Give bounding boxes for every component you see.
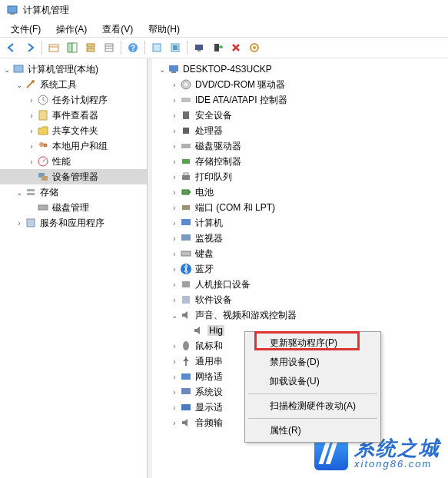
battery-icon xyxy=(180,186,192,198)
help-button[interactable]: ? xyxy=(124,39,141,56)
device-security[interactable]: ›安全设备 xyxy=(152,108,448,123)
chevron-right-icon[interactable]: › xyxy=(26,111,37,120)
chevron-down-icon[interactable]: ⌄ xyxy=(169,311,180,320)
tree-root[interactable]: ⌄ 计算机管理(本地) xyxy=(0,61,147,77)
node-label: 事件查看器 xyxy=(52,109,98,122)
chevron-right-icon[interactable]: › xyxy=(169,250,180,258)
tree-device-manager[interactable]: 设备管理器 xyxy=(0,169,147,184)
tool-btn-1[interactable] xyxy=(45,39,62,56)
node-label: 键盘 xyxy=(195,247,214,261)
chevron-right-icon[interactable]: › xyxy=(169,373,180,381)
menubar: 文件(F) 操作(A) 查看(V) 帮助(H) xyxy=(0,20,448,37)
chevron-right-icon[interactable]: › xyxy=(169,234,180,243)
tree-shared-folders[interactable]: › 共享文件夹 xyxy=(0,123,147,138)
node-label: 电池 xyxy=(195,186,214,199)
chevron-right-icon[interactable]: › xyxy=(169,265,180,274)
chevron-down-icon[interactable]: ⌄ xyxy=(14,81,25,89)
remove-button[interactable] xyxy=(227,39,244,56)
device-ports[interactable]: ›端口 (COM 和 LPT) xyxy=(152,200,448,215)
svg-rect-8 xyxy=(105,44,113,51)
menu-properties[interactable]: 属性(R) xyxy=(247,421,379,440)
menu-disable-device[interactable]: 禁用设备(D) xyxy=(247,353,379,372)
menu-help[interactable]: 帮助(H) xyxy=(141,22,187,35)
device-cpu[interactable]: ›处理器 xyxy=(152,123,448,138)
device-hid[interactable]: ›人机接口设备 xyxy=(152,277,448,292)
menu-action[interactable]: 操作(A) xyxy=(48,22,95,35)
chevron-right-icon[interactable]: › xyxy=(169,142,180,151)
storage-icon xyxy=(25,186,37,198)
node-label: 端口 (COM 和 LPT) xyxy=(195,201,275,214)
tree-performance[interactable]: › 性能 xyxy=(0,154,147,169)
chevron-right-icon[interactable]: › xyxy=(169,111,180,120)
svg-rect-4 xyxy=(68,43,72,52)
device-print[interactable]: ›打印队列 xyxy=(152,169,448,184)
chevron-right-icon[interactable]: › xyxy=(169,280,180,289)
menu-view[interactable]: 查看(V) xyxy=(95,22,141,35)
device-dvd[interactable]: ›DVD/CD-ROM 驱动器 xyxy=(152,77,448,92)
tree-task-scheduler[interactable]: › 任务计划程序 xyxy=(0,92,147,108)
tree-services-apps[interactable]: › 服务和应用程序 xyxy=(0,215,147,231)
chevron-right-icon[interactable]: › xyxy=(26,96,37,105)
chevron-right-icon[interactable]: › xyxy=(169,296,180,304)
chevron-right-icon[interactable]: › xyxy=(169,357,180,366)
tool-btn-6[interactable] xyxy=(167,39,184,56)
tree-event-viewer[interactable]: › 事件查看器 xyxy=(0,108,147,123)
chevron-down-icon[interactable]: ⌄ xyxy=(157,65,168,74)
device-battery[interactable]: ›电池 xyxy=(152,184,448,200)
scan-button[interactable] xyxy=(191,39,207,56)
device-keyboard[interactable]: ›键盘 xyxy=(152,246,448,261)
chevron-down-icon[interactable]: ⌄ xyxy=(2,65,12,74)
svg-rect-42 xyxy=(182,159,190,164)
chevron-down-icon[interactable]: ⌄ xyxy=(14,188,25,197)
device-software[interactable]: ›软件设备 xyxy=(152,292,448,307)
node-label: 处理器 xyxy=(195,124,223,138)
tools-icon xyxy=(25,78,37,91)
device-monitor[interactable]: ›监视器 xyxy=(152,231,448,246)
back-button[interactable] xyxy=(3,39,20,56)
chevron-right-icon[interactable]: › xyxy=(169,403,180,412)
forward-button[interactable] xyxy=(22,39,38,56)
tool-btn-4[interactable] xyxy=(101,39,118,56)
chevron-right-icon[interactable]: › xyxy=(169,204,180,212)
right-tree[interactable]: ⌄ DESKTOP-4S3UCKP ›DVD/CD-ROM 驱动器 ›IDE A… xyxy=(148,58,448,478)
tree-disk-mgmt[interactable]: 磁盘管理 xyxy=(0,200,147,215)
device-computer[interactable]: ⌄ DESKTOP-4S3UCKP xyxy=(152,61,448,77)
chevron-right-icon[interactable]: › xyxy=(14,219,25,227)
chevron-right-icon[interactable]: › xyxy=(169,127,180,135)
window-title: 计算机管理 xyxy=(23,4,69,17)
tool-btn-2[interactable] xyxy=(64,39,81,56)
chevron-right-icon[interactable]: › xyxy=(169,173,180,181)
chevron-right-icon[interactable]: › xyxy=(26,142,37,151)
svg-rect-30 xyxy=(27,189,35,191)
chevron-right-icon[interactable]: › xyxy=(169,188,180,197)
chevron-right-icon[interactable]: › xyxy=(169,388,180,397)
chevron-right-icon[interactable]: › xyxy=(26,158,37,166)
chevron-right-icon[interactable]: › xyxy=(26,127,37,135)
tool-btn-7[interactable] xyxy=(209,39,226,56)
menu-update-driver[interactable]: 更新驱动程序(P) xyxy=(247,334,379,353)
tree-local-users[interactable]: › 本地用户和组 xyxy=(0,138,147,154)
device-ide[interactable]: ›IDE ATA/ATAPI 控制器 xyxy=(152,92,448,108)
chevron-right-icon[interactable]: › xyxy=(169,158,180,166)
tree-storage[interactable]: ⌄ 存储 xyxy=(0,184,147,200)
menu-scan-hardware[interactable]: 扫描检测硬件改动(A) xyxy=(247,397,379,416)
device-computers[interactable]: ›计算机 xyxy=(152,215,448,231)
menu-uninstall-device[interactable]: 卸载设备(U) xyxy=(247,372,379,391)
chevron-right-icon[interactable]: › xyxy=(169,96,180,105)
toolbar: ? xyxy=(0,37,448,58)
chevron-right-icon[interactable]: › xyxy=(169,219,180,227)
device-sound[interactable]: ⌄声音、视频和游戏控制器 xyxy=(152,307,448,323)
device-bluetooth[interactable]: ›蓝牙 xyxy=(152,261,448,277)
chevron-right-icon[interactable]: › xyxy=(169,342,180,350)
tree-system-tools[interactable]: ⌄ 系统工具 xyxy=(0,77,147,92)
tool-btn-3[interactable] xyxy=(82,39,99,56)
settings-button[interactable] xyxy=(246,39,263,56)
menu-file[interactable]: 文件(F) xyxy=(3,22,48,35)
tool-btn-5[interactable] xyxy=(148,39,165,56)
chevron-right-icon[interactable]: › xyxy=(169,419,180,427)
device-disk-drive[interactable]: ›磁盘驱动器 xyxy=(152,138,448,154)
left-tree[interactable]: ⌄ 计算机管理(本地) ⌄ 系统工具 › 任务计划程序 › 事件查看器 › 共享… xyxy=(0,58,148,478)
chevron-right-icon[interactable]: › xyxy=(169,81,180,89)
device-storage-ctrl[interactable]: ›存储控制器 xyxy=(152,154,448,169)
node-label: 监视器 xyxy=(195,232,223,245)
